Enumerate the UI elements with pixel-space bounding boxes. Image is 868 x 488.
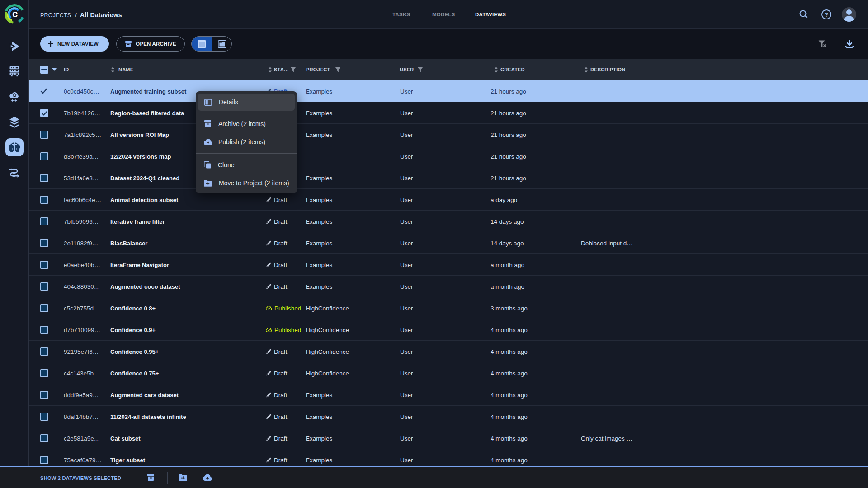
svg-text:?: ? [825, 11, 828, 18]
svg-text:c: c [12, 8, 18, 19]
